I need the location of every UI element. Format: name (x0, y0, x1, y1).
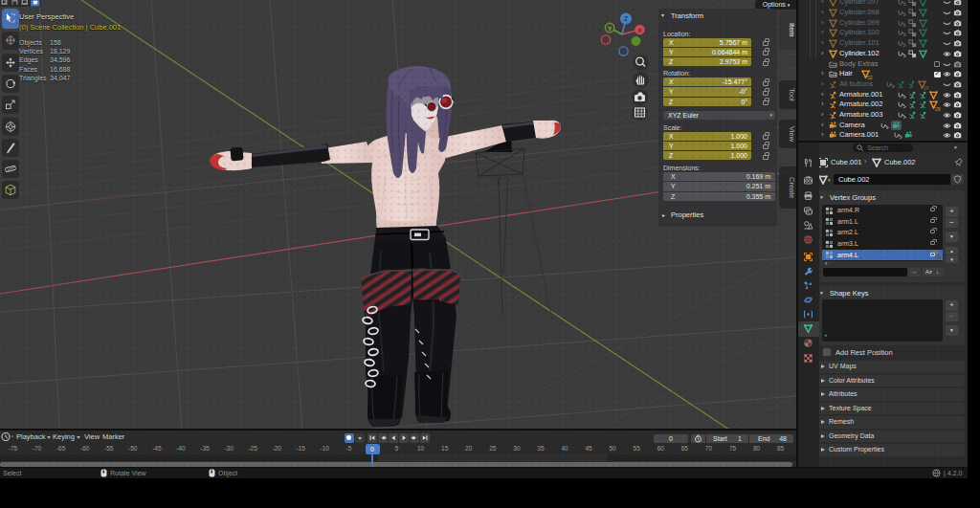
svg-text:Z: Z (624, 15, 628, 22)
svg-text:Y: Y (608, 26, 612, 32)
svg-text:X: X (637, 28, 641, 33)
